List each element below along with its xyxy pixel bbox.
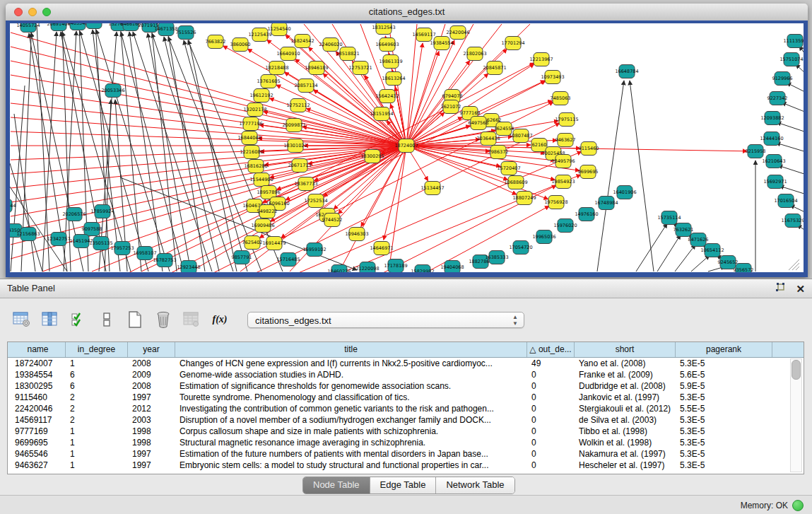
graph-node[interactable]: 19854923 — [551, 175, 575, 189]
graph-node[interactable]: 6497568 — [469, 117, 489, 130]
graph-node[interactable]: 15735114 — [657, 211, 681, 225]
table-cell[interactable]: 2009 — [128, 369, 175, 380]
graph-node[interactable]: 21802063 — [463, 47, 486, 61]
network-canvas[interactable]: 1405572420691406946554610953257152760264… — [10, 23, 804, 272]
graph-node[interactable]: 7663822 — [206, 35, 226, 49]
tab-edge-table[interactable]: Edge Table — [370, 477, 437, 493]
column-header-out_de[interactable]: △ out_de... — [527, 342, 575, 357]
table-cell[interactable]: 2012 — [128, 403, 175, 414]
graph-node[interactable]: 12752112 — [286, 99, 310, 112]
table-cell[interactable]: Tibbo et al. (1998) — [575, 426, 676, 437]
tab-node-table[interactable]: Node Table — [303, 477, 370, 493]
graph-node[interactable]: 7515526 — [176, 26, 196, 40]
graph-node[interactable]: 3860060 — [230, 38, 251, 52]
graph-node[interactable]: 9115460 — [579, 142, 599, 156]
table-row[interactable]: 2242004622012Investigating the contribut… — [8, 403, 804, 414]
new-document-icon[interactable] — [124, 309, 146, 330]
table-scrollbar[interactable] — [790, 358, 802, 472]
graph-node[interactable]: 7485063 — [551, 92, 571, 105]
graph-node[interactable]: 12216080 — [240, 146, 263, 159]
table-cell[interactable]: 5.3E-5 — [676, 448, 772, 460]
table-cell[interactable]: 2008 — [128, 380, 175, 392]
table-cell[interactable]: 14569117 — [11, 414, 66, 426]
graph-node[interactable]: 19861319 — [379, 55, 402, 69]
table-cell[interactable]: 5.3E-5 — [676, 414, 772, 426]
table-row[interactable]: 977716911998Corpus callosum shape and si… — [8, 426, 804, 437]
column-header-in_degree[interactable]: in_degree — [66, 342, 128, 357]
table-row[interactable]: 946554611997Estimation of the future num… — [8, 448, 804, 460]
graph-node[interactable]: 19965036 — [532, 230, 555, 244]
graph-node[interactable]: 16748984 — [594, 197, 618, 210]
table-cell[interactable]: Corpus callosum shape and size in male p… — [175, 426, 527, 437]
graph-node[interactable]: 14976160 — [575, 208, 598, 221]
table-cell[interactable]: 18724007 — [11, 358, 66, 369]
table-cell[interactable]: 0 — [527, 448, 575, 460]
graph-node[interactable]: 9129966 — [772, 72, 793, 86]
table-cell[interactable]: 2003 — [128, 414, 175, 426]
table-cell[interactable]: 0 — [527, 437, 575, 448]
table-cell[interactable]: 0 — [527, 392, 575, 403]
table-cell[interactable]: 5.6E-5 — [676, 369, 772, 380]
window-titlebar[interactable]: citations_edges.txt — [6, 4, 808, 21]
column-header-pagerank[interactable]: pagerank — [676, 342, 772, 357]
table-cell[interactable]: 18300295 — [11, 380, 66, 392]
table-cell[interactable]: Estimation of the future numbers of pati… — [175, 448, 527, 460]
graph-node[interactable]: 12753721 — [348, 62, 372, 75]
graph-node[interactable]: 9699695 — [578, 165, 599, 179]
graph-node[interactable]: 1621072 — [441, 100, 461, 114]
graph-node[interactable]: 16844048 — [237, 132, 261, 145]
graph-node[interactable]: 20845871 — [483, 62, 506, 75]
table-row[interactable]: 1456911722003Disruption of a novel membe… — [8, 414, 804, 426]
table-row[interactable]: 1938455462009Genome-wide association stu… — [8, 369, 804, 380]
graph-node[interactable]: 9097588 — [82, 223, 102, 236]
table-cell[interactable]: 22420046 — [11, 403, 66, 414]
table-cell[interactable]: Disruption of a novel member of a sodium… — [175, 414, 527, 426]
graph-node[interactable]: 7986372 — [488, 146, 509, 159]
show-columns-icon[interactable] — [40, 309, 61, 330]
table-cell[interactable]: 1997 — [128, 460, 175, 471]
graph-node[interactable]: 12444160 — [760, 132, 783, 146]
table-cell[interactable]: 9115460 — [11, 392, 66, 403]
graph-node[interactable]: 15134457 — [420, 182, 444, 195]
graph-node[interactable]: 18613264 — [382, 72, 405, 86]
table-cell[interactable]: Embryonic stem cells: a model to study s… — [175, 460, 527, 471]
graph-node[interactable]: 15692971 — [763, 175, 787, 189]
graph-node[interactable]: 15976020 — [553, 219, 577, 233]
table-cell[interactable]: Estimation of significance thresholds fo… — [175, 380, 527, 392]
delete-trash-icon[interactable] — [153, 309, 174, 330]
graph-node[interactable]: 9857791 — [232, 251, 252, 264]
table-cell[interactable]: 5.3E-5 — [676, 358, 772, 369]
table-cell[interactable]: 5.3E-5 — [676, 437, 772, 448]
graph-node[interactable]: 15720407 — [497, 162, 520, 175]
table-cell[interactable]: 9463627 — [11, 460, 66, 471]
table-scrollbar-thumb[interactable] — [792, 360, 801, 380]
table-cell[interactable]: 9777169 — [11, 426, 66, 437]
close-panel-icon[interactable]: ✕ — [796, 283, 805, 296]
graph-node[interactable]: 15829982 — [411, 265, 434, 273]
table-cell[interactable]: 9465546 — [11, 448, 66, 460]
table-cell[interactable]: 5.9E-5 — [676, 380, 772, 392]
graph-node[interactable]: 20053346 — [101, 84, 124, 98]
table-panel-titlebar[interactable]: Table Panel ✕ — [0, 279, 812, 298]
table-cell[interactable]: Dudbridge et al. (2008) — [575, 380, 676, 392]
graph-node[interactable]: 16401906 — [613, 186, 636, 199]
table-cell[interactable]: 19384554 — [11, 369, 66, 380]
table-cell[interactable]: 1 — [66, 437, 128, 448]
table-cell[interactable]: 0 — [527, 414, 575, 426]
table-cell[interactable]: Nakamura et al. (1997) — [575, 448, 676, 460]
graph-node[interactable]: 7625402 — [242, 236, 263, 250]
table-cell[interactable]: 1997 — [128, 392, 175, 403]
table-cell[interactable]: Yano et al. (2008) — [575, 358, 676, 369]
table-cell[interactable]: Investigating the contribution of common… — [175, 403, 527, 414]
table-cell[interactable]: 9699695 — [11, 437, 66, 448]
table-row[interactable]: 969969511998Structural magnetic resonanc… — [8, 437, 804, 448]
graph-node[interactable]: 10688609 — [504, 176, 527, 189]
graph-node[interactable]: 12213967 — [529, 53, 553, 66]
table-cell[interactable]: 1998 — [128, 437, 175, 448]
graph-node[interactable]: 15751074 — [779, 53, 803, 66]
table-body[interactable]: 1872400712008Changes of HCN gene express… — [8, 358, 804, 471]
graph-node[interactable]: 10946303 — [345, 228, 368, 241]
table-cell[interactable]: 1 — [66, 358, 128, 369]
graph-node[interactable]: 9227342 — [767, 92, 788, 105]
graph-node[interactable]: 19612192 — [249, 89, 273, 103]
